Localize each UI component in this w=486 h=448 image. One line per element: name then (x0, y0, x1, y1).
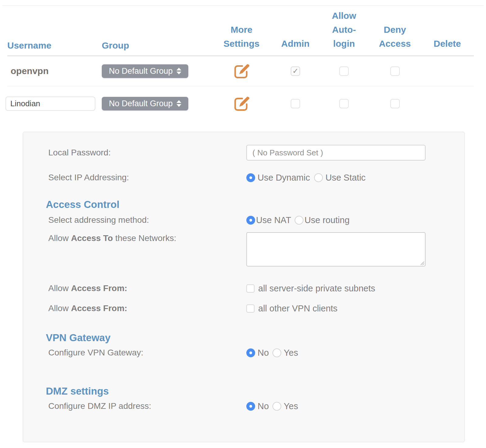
access-from-clients-row: Allow Access From: all other VPN clients (23, 302, 464, 315)
use-dynamic-radio[interactable] (246, 173, 255, 182)
group-select[interactable]: No Default Group (102, 97, 188, 110)
new-username-input[interactable] (5, 97, 95, 111)
configure-vpn-gateway-row: Configure VPN Gateway: No Yes (23, 346, 464, 359)
access-from-label: Allow Access From: (23, 282, 246, 294)
vpn-gateway-yes-radio[interactable] (272, 348, 281, 357)
access-from-clients-checkbox[interactable] (246, 304, 255, 313)
use-dynamic-option-label[interactable]: Use Dynamic (258, 173, 310, 183)
user-permissions-table: Username Group More Settings Admin Allow… (0, 6, 486, 121)
column-header-delete: Delete (433, 37, 461, 51)
addressing-method-label: Select addressing method: (23, 214, 246, 226)
local-password-input[interactable] (246, 145, 426, 161)
table-header-row: Username Group More Settings Admin Allow… (7, 6, 474, 56)
allow-autologin-checkbox[interactable] (339, 99, 349, 108)
more-settings-edit-button[interactable] (233, 63, 250, 79)
configure-dmz-label: Configure DMZ IP address: (23, 400, 246, 412)
column-header-allow-autologin: Allow Auto- login (332, 9, 356, 51)
more-settings-edit-button[interactable] (233, 96, 250, 111)
group-select[interactable]: No Default Group (102, 64, 188, 78)
access-from-subnets-checkbox[interactable] (246, 284, 255, 293)
username-openvpn: openvpn (7, 66, 102, 76)
use-nat-option-label[interactable]: Use NAT (256, 215, 291, 225)
configure-dmz-row: Configure DMZ IP address: No Yes (23, 399, 464, 413)
dmz-yes-radio[interactable] (272, 402, 281, 411)
access-from-clients-label[interactable]: all other VPN clients (258, 304, 337, 314)
access-from-subnets-row: Allow Access From: all server-side priva… (23, 282, 464, 295)
configure-vpn-gateway-label: Configure VPN Gateway: (23, 347, 246, 359)
use-routing-option-label[interactable]: Use routing (304, 215, 349, 225)
vpn-gateway-heading: VPN Gateway (46, 332, 464, 344)
table-row: No Default Group (7, 86, 474, 121)
user-settings-panel: Local Password: Select IP Addressing: Us… (23, 132, 465, 442)
use-nat-radio[interactable] (246, 216, 255, 225)
group-select-value: No Default Group (109, 66, 173, 76)
access-to-networks-row: Allow Access To these Networks: (23, 232, 464, 266)
use-routing-radio[interactable] (295, 216, 303, 225)
access-to-networks-label: Allow Access To these Networks: (23, 232, 246, 244)
access-to-networks-textarea[interactable] (246, 232, 426, 266)
dmz-settings-heading: DMZ settings (46, 385, 464, 397)
local-password-label: Local Password: (23, 147, 246, 159)
column-header-deny-access: Deny Access (379, 23, 411, 51)
column-header-admin: Admin (281, 37, 310, 51)
deny-access-checkbox[interactable] (390, 99, 400, 108)
column-header-username: Username (7, 40, 102, 51)
vpn-gateway-no-label[interactable]: No (258, 348, 269, 358)
up-down-arrows-icon (176, 100, 181, 107)
admin-checkbox[interactable] (291, 99, 300, 108)
table-row: openvpn No Default Group ✓ (7, 56, 474, 86)
dmz-yes-label[interactable]: Yes (284, 401, 298, 411)
deny-access-checkbox[interactable] (390, 66, 400, 76)
access-from-subnets-label[interactable]: all server-side private subnets (258, 283, 375, 294)
vpn-gateway-no-radio[interactable] (246, 348, 255, 357)
use-static-radio[interactable] (314, 173, 323, 182)
up-down-arrows-icon (176, 68, 181, 74)
dmz-no-radio[interactable] (246, 402, 255, 411)
use-static-option-label[interactable]: Use Static (325, 173, 365, 183)
group-select-value: No Default Group (109, 99, 173, 108)
allow-autologin-checkbox[interactable] (339, 66, 349, 76)
admin-checkbox[interactable]: ✓ (291, 66, 300, 76)
ip-addressing-row: Select IP Addressing: Use Dynamic Use St… (23, 171, 464, 184)
access-from-label: Allow Access From: (23, 302, 246, 314)
local-password-row: Local Password: (23, 145, 464, 161)
column-header-group: Group (102, 40, 211, 51)
dmz-no-label[interactable]: No (258, 401, 269, 411)
vpn-gateway-yes-label[interactable]: Yes (284, 348, 298, 358)
access-control-heading: Access Control (46, 199, 464, 210)
edit-pencil-icon (233, 96, 250, 111)
edit-pencil-icon (233, 63, 250, 79)
ip-addressing-label: Select IP Addressing: (23, 171, 246, 184)
column-header-more-settings: More Settings (224, 23, 259, 51)
addressing-method-row: Select addressing method: Use NAT Use ro… (23, 213, 464, 227)
